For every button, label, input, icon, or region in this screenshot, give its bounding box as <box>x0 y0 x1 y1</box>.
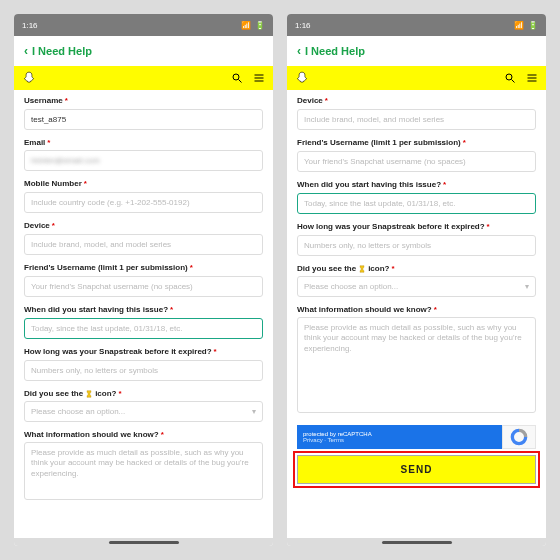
topbar <box>287 66 546 90</box>
howlong-input[interactable] <box>24 360 263 381</box>
friend-input[interactable] <box>24 276 263 297</box>
hourglass-icon <box>85 390 93 398</box>
nav-title: I Need Help <box>32 45 92 57</box>
email-input[interactable]: hidden@email.com <box>24 150 263 171</box>
phone-right: 1:16 📶 🔋 ‹ I Need Help Device* Friend's … <box>287 14 546 546</box>
recaptcha: protected by reCAPTCHA Privacy · Terms <box>297 425 536 449</box>
send-button[interactable]: SEND <box>297 455 536 484</box>
search-icon[interactable] <box>504 72 516 84</box>
when-input[interactable] <box>297 193 536 214</box>
nav-title: I Need Help <box>305 45 365 57</box>
back-chevron-icon[interactable]: ‹ <box>24 44 28 58</box>
info-label: What information should we know? <box>24 430 159 439</box>
device-label: Device <box>24 221 50 230</box>
status-time: 1:16 <box>22 21 38 30</box>
when-label: When did you start having this issue? <box>24 305 168 314</box>
nav-bar-bottom <box>14 538 273 546</box>
info-label: What information should we know? <box>297 305 432 314</box>
friend-input[interactable] <box>297 151 536 172</box>
svg-line-1 <box>239 80 242 83</box>
when-label: When did you start having this issue? <box>297 180 441 189</box>
svg-point-0 <box>233 74 239 80</box>
mobile-input[interactable] <box>24 192 263 213</box>
search-icon[interactable] <box>231 72 243 84</box>
info-textarea[interactable] <box>24 442 263 500</box>
ghost-icon <box>22 71 36 85</box>
back-chevron-icon[interactable]: ‹ <box>297 44 301 58</box>
nav-bar[interactable]: ‹ I Need Help <box>14 36 273 66</box>
device-input[interactable] <box>297 109 536 130</box>
mobile-label: Mobile Number <box>24 179 82 188</box>
status-bar: 1:16 📶 🔋 <box>14 14 273 36</box>
nav-bar[interactable]: ‹ I Need Help <box>287 36 546 66</box>
ghost-icon <box>295 71 309 85</box>
howlong-label: How long was your Snapstreak before it e… <box>24 347 212 356</box>
username-label: Username <box>24 96 63 105</box>
hourglass-label-after: icon? <box>368 264 389 273</box>
hourglass-label-after: icon? <box>95 389 116 398</box>
form-left: Username* Email* hidden@email.com Mobile… <box>14 90 273 538</box>
battery-icon: 🔋 <box>528 21 538 30</box>
username-input[interactable] <box>24 109 263 130</box>
hourglass-select[interactable]: Please choose an option... ▾ <box>24 401 263 422</box>
chevron-down-icon: ▾ <box>525 282 529 291</box>
device-input[interactable] <box>24 234 263 255</box>
svg-line-6 <box>512 80 515 83</box>
hourglass-select[interactable]: Please choose an option... ▾ <box>297 276 536 297</box>
email-label: Email <box>24 138 45 147</box>
hourglass-label-before: Did you see the <box>24 389 83 398</box>
status-bar: 1:16 📶 🔋 <box>287 14 546 36</box>
svg-point-5 <box>506 74 512 80</box>
wifi-icon: 📶 <box>514 21 524 30</box>
howlong-input[interactable] <box>297 235 536 256</box>
phone-left: 1:16 📶 🔋 ‹ I Need Help Username* Email* … <box>14 14 273 546</box>
friend-label: Friend's Username (limit 1 per submissio… <box>297 138 461 147</box>
howlong-label: How long was your Snapstreak before it e… <box>297 222 485 231</box>
info-textarea[interactable] <box>297 317 536 413</box>
battery-icon: 🔋 <box>255 21 265 30</box>
form-right: Device* Friend's Username (limit 1 per s… <box>287 90 546 538</box>
nav-bar-bottom <box>287 538 546 546</box>
menu-icon[interactable] <box>526 72 538 84</box>
status-time: 1:16 <box>295 21 311 30</box>
recaptcha-badge-icon <box>502 425 536 449</box>
hourglass-label-before: Did you see the <box>297 264 356 273</box>
wifi-icon: 📶 <box>241 21 251 30</box>
chevron-down-icon: ▾ <box>252 407 256 416</box>
recaptcha-links[interactable]: Privacy · Terms <box>303 437 496 443</box>
hourglass-icon <box>358 265 366 273</box>
menu-icon[interactable] <box>253 72 265 84</box>
friend-label: Friend's Username (limit 1 per submissio… <box>24 263 188 272</box>
device-label: Device <box>297 96 323 105</box>
topbar <box>14 66 273 90</box>
when-input[interactable] <box>24 318 263 339</box>
